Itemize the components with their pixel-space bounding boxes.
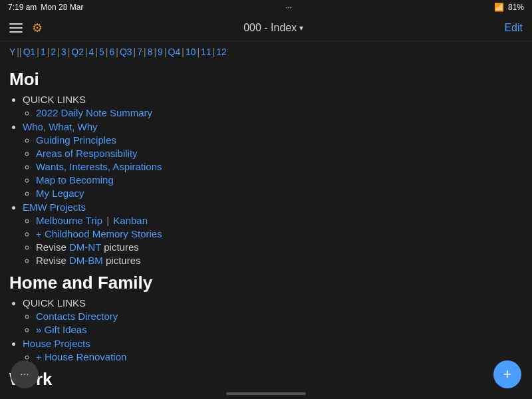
scroll-indicator bbox=[226, 392, 306, 395]
link-childhood-memory[interactable]: + Childhood Memory Stories bbox=[36, 228, 162, 239]
list-item-house-projects: House Projects + House Renovation bbox=[23, 338, 523, 362]
list-item: » Gift Ideas bbox=[36, 324, 523, 335]
link-wants-interests[interactable]: Wants, Interests, Aspirations bbox=[36, 161, 162, 172]
main-content: Moi QUICK LINKS 2022 Daily Note Summary … bbox=[0, 60, 532, 398]
index-link-q3[interactable]: Q3 bbox=[120, 47, 132, 57]
link-emw-projects[interactable]: EMW Projects bbox=[23, 201, 86, 213]
index-link-q1[interactable]: Q1 bbox=[23, 47, 36, 57]
list-item: + House Renovation bbox=[36, 351, 523, 362]
date: Mon 28 Mar bbox=[41, 3, 83, 12]
list-item: My Legacy bbox=[36, 188, 523, 199]
section-work: Work bbox=[9, 369, 523, 390]
link-who-what-why[interactable]: Who, What, Why bbox=[23, 121, 98, 132]
dots: ··· bbox=[285, 3, 292, 12]
nav-left[interactable]: ⚙ bbox=[9, 21, 43, 35]
list-item: + Childhood Memory Stories bbox=[36, 228, 523, 239]
quick-links-label: QUICK LINKS bbox=[23, 94, 86, 105]
list-item: Contacts Directory bbox=[36, 311, 523, 322]
link-gift-ideas[interactable]: » Gift Ideas bbox=[36, 324, 87, 335]
index-link-10[interactable]: 10 bbox=[186, 47, 196, 57]
link-contacts-directory[interactable]: Contacts Directory bbox=[36, 311, 118, 322]
who-what-why-sub: Guiding Principles Areas of Responsibili… bbox=[23, 134, 523, 199]
list-item-quick-links: QUICK LINKS 2022 Daily Note Summary bbox=[23, 94, 523, 118]
edit-button[interactable]: Edit bbox=[504, 22, 523, 34]
list-item: Melbourne Trip | Kanban bbox=[36, 215, 523, 226]
index-link-11[interactable]: 11 bbox=[201, 47, 211, 57]
menu-button[interactable] bbox=[9, 23, 23, 33]
list-item-emw-projects: EMW Projects Melbourne Trip | Kanban + C… bbox=[23, 201, 523, 266]
index-links: Y || Q1 | 1 | 2 | 3 | Q2 | 4 | 5 | 6 | Q… bbox=[0, 41, 532, 60]
house-sub: + House Renovation bbox=[23, 351, 523, 362]
plus-icon: + bbox=[503, 366, 512, 383]
index-link-4[interactable]: 4 bbox=[89, 47, 94, 57]
pictures-suffix-1: pictures bbox=[104, 241, 139, 253]
status-center: ··· bbox=[285, 3, 292, 12]
section-moi: Moi QUICK LINKS 2022 Daily Note Summary … bbox=[9, 69, 523, 266]
list-item-quick-links-home: QUICK LINKS Contacts Directory » Gift Id… bbox=[23, 297, 523, 335]
revise-prefix-2: Revise bbox=[36, 255, 69, 266]
index-link-8[interactable]: 8 bbox=[148, 47, 153, 57]
link-map-becoming[interactable]: Map to Becoming bbox=[36, 174, 114, 186]
battery: 81% bbox=[508, 3, 524, 12]
list-item: Areas of Responsibility bbox=[36, 148, 523, 159]
status-left: 7:19 am Mon 28 Mar bbox=[8, 3, 83, 12]
fab-right-button[interactable]: + bbox=[493, 360, 521, 388]
list-item: Guiding Principles bbox=[36, 134, 523, 146]
list-item: Revise DM-BM pictures bbox=[36, 255, 523, 266]
status-right: 📶 81% bbox=[494, 3, 524, 12]
link-dm-bm[interactable]: DM-BM bbox=[69, 255, 103, 266]
link-house-projects[interactable]: House Projects bbox=[23, 338, 90, 349]
wifi-icon: 📶 bbox=[494, 3, 504, 12]
pipe-separator: | bbox=[106, 215, 112, 226]
index-link-q2[interactable]: Q2 bbox=[71, 47, 84, 57]
index-link-9[interactable]: 9 bbox=[158, 47, 163, 57]
emw-sub: Melbourne Trip | Kanban + Childhood Memo… bbox=[23, 215, 523, 266]
fab-left-button[interactable]: ··· bbox=[11, 360, 39, 388]
index-link-q4[interactable]: Q4 bbox=[168, 47, 181, 57]
index-link-y[interactable]: Y bbox=[9, 47, 15, 57]
index-link-6[interactable]: 6 bbox=[109, 47, 114, 57]
home-family-main-list: QUICK LINKS Contacts Directory » Gift Id… bbox=[9, 297, 523, 362]
quick-links-label-home: QUICK LINKS bbox=[23, 297, 86, 309]
quick-links-sub: 2022 Daily Note Summary bbox=[23, 107, 523, 118]
link-areas-responsibility[interactable]: Areas of Responsibility bbox=[36, 148, 138, 159]
index-link-2[interactable]: 2 bbox=[51, 47, 56, 57]
section-title-work: Work bbox=[9, 369, 523, 390]
list-item: 2022 Daily Note Summary bbox=[36, 107, 523, 118]
time: 7:19 am bbox=[8, 3, 37, 12]
link-melbourne-trip[interactable]: Melbourne Trip bbox=[36, 215, 102, 226]
index-link-3[interactable]: 3 bbox=[61, 47, 66, 57]
dots-icon: ··· bbox=[20, 368, 29, 380]
link-guiding-principles[interactable]: Guiding Principles bbox=[36, 134, 116, 146]
section-title-home-family: Home and Family bbox=[9, 273, 523, 293]
index-link-5[interactable]: 5 bbox=[99, 47, 104, 57]
pictures-suffix-2: pictures bbox=[106, 255, 141, 266]
link-dm-nt[interactable]: DM-NT bbox=[69, 241, 101, 253]
index-link-1[interactable]: 1 bbox=[41, 47, 46, 57]
list-item: Wants, Interests, Aspirations bbox=[36, 161, 523, 172]
chevron-down-icon: ▾ bbox=[299, 23, 303, 33]
link-my-legacy[interactable]: My Legacy bbox=[36, 188, 84, 199]
index-link-7[interactable]: 7 bbox=[137, 47, 142, 57]
status-bar: 7:19 am Mon 28 Mar ··· 📶 81% bbox=[0, 0, 532, 15]
revise-prefix-1: Revise bbox=[36, 241, 69, 253]
page-title: 000 - Index bbox=[243, 22, 297, 34]
moi-main-list: QUICK LINKS 2022 Daily Note Summary Who,… bbox=[9, 94, 523, 266]
list-item-who-what-why: Who, What, Why Guiding Principles Areas … bbox=[23, 121, 523, 199]
link-house-renovation[interactable]: + House Renovation bbox=[36, 351, 126, 362]
quick-links-home-sub: Contacts Directory » Gift Ideas bbox=[23, 311, 523, 335]
nav-title[interactable]: 000 - Index ▾ bbox=[243, 22, 303, 34]
link-2022-daily[interactable]: 2022 Daily Note Summary bbox=[36, 107, 152, 118]
index-link-12[interactable]: 12 bbox=[216, 47, 227, 57]
link-kanban[interactable]: Kanban bbox=[113, 215, 148, 226]
section-home-family: Home and Family QUICK LINKS Contacts Dir… bbox=[9, 273, 523, 362]
nav-bar: ⚙ 000 - Index ▾ Edit bbox=[0, 15, 532, 41]
list-item: Map to Becoming bbox=[36, 174, 523, 186]
section-title-moi: Moi bbox=[9, 69, 523, 90]
gear-icon[interactable]: ⚙ bbox=[32, 21, 43, 35]
list-item: Revise DM-NT pictures bbox=[36, 241, 523, 253]
